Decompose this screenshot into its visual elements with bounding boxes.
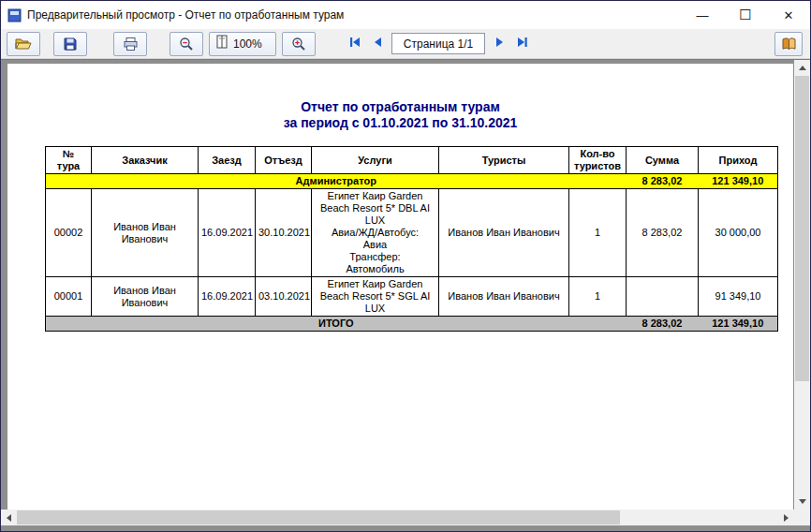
previous-page-icon bbox=[371, 36, 385, 52]
magnifier-plus-icon bbox=[291, 37, 306, 52]
cell-services: Египет Каир Garden Beach Resort 5* DBL A… bbox=[312, 189, 439, 277]
titlebar: Предварительный просмотр - Отчет по отра… bbox=[1, 1, 810, 29]
book-icon bbox=[781, 37, 797, 52]
floppy-disk-icon bbox=[63, 37, 78, 52]
table-header-row: № тура Заказчик Заезд Отъезд Услуги Тури… bbox=[46, 147, 778, 174]
page-number-box[interactable]: Страница 1/1 bbox=[391, 33, 485, 54]
next-page-icon bbox=[493, 36, 507, 52]
col-header-tourists: Туристы bbox=[439, 147, 569, 174]
window-controls: — ☐ ✕ bbox=[681, 1, 810, 29]
cell-prihod: 30 000,00 bbox=[699, 189, 778, 277]
group-summa: 8 283,02 bbox=[627, 174, 699, 189]
group-label: Администратор bbox=[46, 174, 627, 189]
cell-tour-number: 00002 bbox=[46, 189, 92, 277]
zoom-level-value: 100% bbox=[233, 37, 262, 51]
app-icon bbox=[7, 8, 22, 22]
print-button[interactable] bbox=[113, 32, 147, 56]
total-prihod: 121 349,10 bbox=[699, 317, 778, 332]
folder-open-icon bbox=[15, 37, 32, 52]
cell-prihod: 91 349,10 bbox=[699, 277, 778, 317]
cell-tourists: Иванов Иван Иванович bbox=[439, 189, 569, 277]
col-header-tourist-count: Кол-во туристов bbox=[569, 147, 627, 174]
magnifier-minus-icon bbox=[179, 37, 194, 52]
cell-checkout: 03.10.2021 bbox=[256, 277, 312, 317]
close-button[interactable]: ✕ bbox=[767, 1, 810, 29]
table-row: 00001 Иванов Иван Иванович 16.09.2021 03… bbox=[46, 277, 778, 317]
cell-summa bbox=[627, 277, 699, 317]
vertical-scroll-thumb[interactable] bbox=[795, 76, 809, 381]
cell-checkout: 30.10.2021 bbox=[256, 189, 312, 277]
minimize-button[interactable]: — bbox=[681, 1, 724, 29]
group-prihod: 121 349,10 bbox=[699, 174, 778, 189]
cell-customer: Иванов Иван Иванович bbox=[92, 189, 199, 277]
cell-tourists: Иванов Иван Иванович bbox=[439, 277, 569, 317]
vertical-scrollbar[interactable] bbox=[794, 60, 810, 510]
zoom-out-button[interactable] bbox=[170, 32, 203, 56]
report-title-line2: за период с 01.10.2021 по 31.10.2021 bbox=[7, 115, 793, 131]
arrow-right-icon bbox=[784, 514, 789, 522]
cell-tour-number: 00001 bbox=[46, 277, 92, 317]
save-button[interactable] bbox=[53, 32, 87, 56]
scrollbar-corner bbox=[794, 510, 810, 525]
cell-tourist-count: 1 bbox=[569, 277, 627, 317]
preview-area: Отчет по отработанным турам за период с … bbox=[1, 59, 810, 531]
col-header-prihod: Приход bbox=[699, 147, 778, 174]
arrow-down-icon bbox=[799, 499, 806, 504]
first-page-icon bbox=[348, 36, 362, 52]
total-summa: 8 283,02 bbox=[627, 317, 699, 332]
col-header-customer: Заказчик bbox=[92, 147, 199, 174]
zoom-scale-icon bbox=[215, 35, 229, 52]
next-page-button[interactable] bbox=[488, 33, 510, 55]
col-header-summa: Сумма bbox=[627, 147, 699, 174]
horizontal-scrollbar[interactable] bbox=[1, 510, 794, 525]
scroll-left-button[interactable] bbox=[1, 510, 17, 525]
scroll-up-button[interactable] bbox=[794, 60, 810, 76]
open-button[interactable] bbox=[7, 32, 40, 56]
col-header-tour-number: № тура bbox=[46, 147, 92, 174]
report-table: № тура Заказчик Заезд Отъезд Услуги Тури… bbox=[45, 146, 778, 332]
total-row: ИТОГО 8 283,02 121 349,10 bbox=[46, 317, 778, 332]
zoom-level-button[interactable]: 100% bbox=[209, 32, 276, 56]
arrow-up-icon bbox=[799, 66, 806, 70]
cell-checkin: 16.09.2021 bbox=[199, 277, 256, 317]
printer-icon bbox=[123, 37, 139, 52]
first-page-button[interactable] bbox=[344, 33, 366, 55]
total-label: ИТОГО bbox=[46, 317, 627, 332]
report-page: Отчет по отработанным турам за период с … bbox=[7, 64, 793, 510]
horizontal-scroll-thumb[interactable] bbox=[17, 510, 620, 525]
cell-summa: 8 283,02 bbox=[627, 189, 699, 277]
report-title-line1: Отчет по отработанным турам bbox=[7, 99, 793, 115]
col-header-checkout: Отъезд bbox=[256, 147, 312, 174]
preview-window: Предварительный просмотр - Отчет по отра… bbox=[0, 0, 811, 532]
table-row: 00002 Иванов Иван Иванович 16.09.2021 30… bbox=[46, 189, 778, 277]
cell-checkin: 16.09.2021 bbox=[199, 189, 256, 277]
arrow-left-icon bbox=[7, 514, 11, 522]
last-page-button[interactable] bbox=[510, 33, 533, 55]
group-row-administrator: Администратор 8 283,02 121 349,10 bbox=[46, 174, 778, 189]
col-header-services: Услуги bbox=[312, 147, 439, 174]
scroll-right-button[interactable] bbox=[778, 510, 794, 525]
scroll-down-button[interactable] bbox=[794, 494, 810, 510]
cell-services: Египет Каир Garden Beach Resort 5* SGL A… bbox=[312, 277, 439, 317]
cell-tourist-count: 1 bbox=[569, 189, 627, 277]
col-header-checkin: Заезд bbox=[199, 147, 256, 174]
last-page-icon bbox=[515, 36, 529, 52]
zoom-in-button[interactable] bbox=[282, 32, 316, 56]
cell-customer: Иванов Иван Иванович bbox=[92, 277, 199, 317]
toolbar: 100% bbox=[1, 29, 810, 59]
previous-page-button[interactable] bbox=[366, 33, 389, 55]
maximize-button[interactable]: ☐ bbox=[724, 1, 767, 29]
pages-panel-button[interactable] bbox=[774, 32, 803, 56]
window-title: Предварительный просмотр - Отчет по отра… bbox=[27, 8, 344, 22]
